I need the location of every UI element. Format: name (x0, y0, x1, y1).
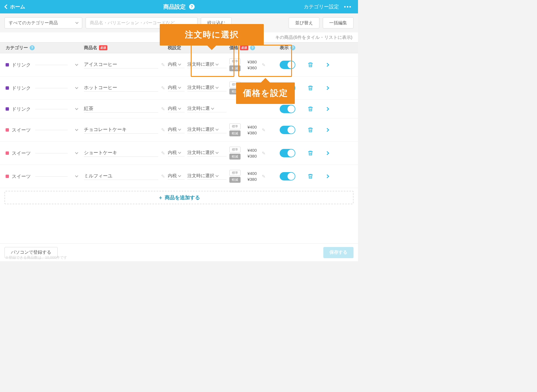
back-button[interactable]: ホーム (0, 3, 25, 10)
category-settings-link[interactable]: カテゴリー設定 (304, 3, 339, 10)
category-cell[interactable]: ドリンク (6, 62, 84, 68)
name-cell[interactable]: 紅茶✎ (84, 105, 168, 113)
chevron-down-icon (75, 21, 78, 24)
price-cell[interactable]: 標準軽減¥380¥360✎ (229, 58, 280, 71)
col-category: カテゴリー? (6, 45, 84, 51)
name-cell[interactable]: アイスコーヒー✎ (84, 61, 168, 68)
name-cell[interactable]: ミルフィーユ✎ (84, 173, 168, 180)
callout-select-on-order: 注文時に選択 (160, 24, 264, 46)
tax-cell[interactable]: 内税 (168, 150, 185, 156)
chevron-down-icon (178, 151, 181, 154)
category-cell[interactable]: スイーツ (6, 127, 84, 133)
pencil-icon[interactable]: ✎ (262, 151, 265, 156)
row-detail-button[interactable] (319, 63, 336, 66)
required-badge: 必須 (99, 45, 107, 50)
delete-button[interactable] (302, 106, 319, 112)
bulk-edit-button[interactable]: 一括編集 (323, 17, 354, 28)
add-product-button[interactable]: ＋ 商品を追加する (4, 191, 354, 204)
price-cell[interactable]: 標準軽減¥400¥380✎ (229, 123, 280, 136)
pencil-icon[interactable]: ✎ (161, 106, 165, 112)
pencil-icon[interactable]: ✎ (161, 127, 165, 133)
chevron-down-icon (75, 107, 78, 110)
save-button[interactable]: 保存する (323, 247, 354, 258)
name-cell[interactable]: ホットコーヒー✎ (84, 84, 168, 92)
category-cell[interactable]: スイーツ (6, 150, 84, 156)
category-color-swatch (6, 128, 9, 132)
price-reduced: ¥360 (243, 65, 257, 70)
table-body: ドリンクアイスコーヒー✎内税注文時に選択標準軽減¥380¥360✎ドリンクホット… (0, 53, 358, 188)
chevron-down-icon (215, 85, 218, 89)
pencil-icon[interactable]: ✎ (161, 85, 165, 91)
row-detail-button[interactable] (319, 152, 336, 155)
sort-button[interactable]: 並び替え (289, 17, 319, 28)
category-cell[interactable]: ドリンク (6, 85, 84, 91)
chevron-right-icon (325, 128, 329, 132)
app-root: ホーム 商品設定 ? カテゴリー設定 ••• すべてのカテゴリー商品 商品名・バ… (0, 0, 358, 261)
row-detail-button[interactable] (319, 175, 336, 178)
tax-cell[interactable]: 内税 (168, 173, 185, 180)
display-toggle[interactable] (280, 105, 295, 113)
pencil-icon[interactable]: ✎ (262, 62, 265, 68)
row-detail-button[interactable] (319, 87, 336, 89)
pencil-icon[interactable]: ✎ (161, 174, 165, 179)
tax-cell[interactable]: 内税 (168, 61, 185, 68)
display-toggle[interactable] (280, 61, 295, 69)
table-row: スイーツショートケーキ✎内税注文時に選択標準軽減¥400¥380✎ (0, 142, 358, 165)
price-cell[interactable]: 標準軽減¥400¥380✎ (229, 170, 280, 183)
table-row: ドリンクアイスコーヒー✎内税注文時に選択標準軽減¥380¥360✎ (0, 53, 358, 77)
chevron-right-icon (325, 107, 329, 111)
option-cell[interactable]: 注文時に選 (187, 106, 227, 112)
help-icon[interactable]: ? (189, 4, 195, 9)
option-cell[interactable]: 注文時に選択 (187, 127, 227, 133)
price-cell[interactable]: 標準軽減¥400¥380✎ (229, 147, 280, 160)
header-right: カテゴリー設定 ••• (304, 3, 358, 10)
standard-badge: 標準 (229, 123, 241, 129)
display-toggle-cell (280, 105, 302, 113)
arrow-up-icon (261, 78, 270, 82)
table-row: ドリンクホットコーヒー✎内税注文時に選択標準軽減¥400¥380✎ (0, 77, 358, 100)
display-toggle[interactable] (280, 172, 295, 180)
pencil-icon[interactable]: ✎ (161, 150, 165, 156)
display-toggle[interactable] (280, 149, 295, 157)
display-toggle-cell (280, 126, 302, 134)
help-icon[interactable]: ? (250, 45, 255, 50)
option-cell[interactable]: 注文時に選択 (187, 85, 227, 91)
delete-button[interactable] (302, 85, 319, 91)
tax-cell[interactable]: 内税 (168, 127, 185, 133)
option-cell[interactable]: 注文時に選択 (187, 150, 227, 156)
plus-icon: ＋ (158, 194, 163, 201)
name-cell[interactable]: チョコレートケーキ✎ (84, 126, 168, 134)
more-icon[interactable]: ••• (344, 4, 352, 10)
help-icon[interactable]: ? (30, 45, 35, 50)
product-name: アイスコーヒー (84, 61, 158, 68)
option-cell[interactable]: 注文時に選択 (187, 61, 227, 68)
tax-cell[interactable]: 内税 (168, 85, 185, 91)
option-cell[interactable]: 注文時に選択 (187, 173, 227, 180)
category-cell[interactable]: スイーツ (6, 173, 84, 180)
pencil-icon[interactable]: ✎ (161, 62, 165, 68)
chevron-down-icon (215, 62, 218, 65)
tax-cell[interactable]: 内税 (168, 106, 185, 112)
pencil-icon[interactable]: ✎ (262, 127, 265, 133)
row-detail-button[interactable] (319, 108, 336, 110)
category-color-swatch (6, 107, 9, 111)
delete-button[interactable] (302, 150, 319, 156)
reduced-badge: 軽減 (229, 154, 241, 160)
row-detail-button[interactable] (319, 129, 336, 131)
help-icon[interactable]: ? (290, 45, 295, 50)
pencil-icon[interactable]: ✎ (262, 174, 265, 179)
price-standard: ¥400 (243, 171, 257, 176)
delete-button[interactable] (302, 62, 319, 68)
display-toggle[interactable] (280, 126, 295, 134)
category-select[interactable]: すべてのカテゴリー商品 (4, 17, 82, 28)
name-cell[interactable]: ショートケーキ✎ (84, 149, 168, 157)
product-name: チョコレートケーキ (84, 126, 158, 134)
delete-button[interactable] (302, 173, 319, 179)
chevron-down-icon (215, 174, 218, 177)
product-name: ショートケーキ (84, 149, 158, 157)
reduced-badge: 軽減 (229, 65, 241, 71)
price-reduced: ¥380 (243, 154, 257, 158)
category-cell[interactable]: ドリンク (6, 106, 84, 112)
delete-button[interactable] (302, 127, 319, 133)
price-standard: ¥380 (243, 60, 257, 64)
